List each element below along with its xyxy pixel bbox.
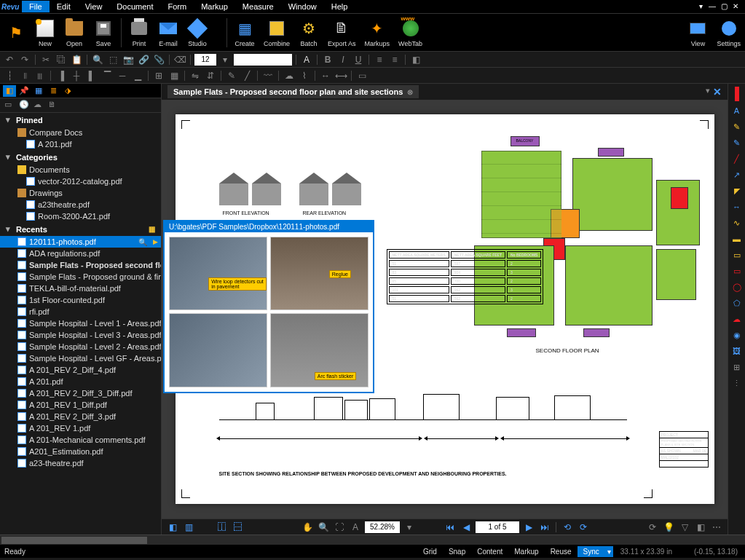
rotate-icon[interactable]: ⟳ [646,521,659,534]
align-left-icon[interactable]: ≡ [373,53,386,66]
dim2-icon[interactable]: ⟷ [334,69,347,82]
copy-icon[interactable]: ⿻ [55,53,68,66]
grid-icon[interactable]: ⊞ [152,69,165,82]
cat-drawings[interactable]: Drawings [0,187,161,199]
next-view-icon[interactable]: ⟳ [577,521,590,534]
recent-item-17[interactable]: A 201-Mechanical comments.pdf [0,434,161,446]
cat-vector[interactable]: vector-2012-catalog.pdf [0,176,161,187]
recent-item-18[interactable]: A201_Estimation.pdf [0,446,161,457]
doc-tab-close-icon[interactable]: ⊗ [407,88,413,96]
ribbon-flag[interactable]: ⚑ [0,21,31,44]
flip-v-icon[interactable]: ⇵ [204,69,217,82]
split-v-icon[interactable]: ⿱ [232,521,245,534]
cloud-icon[interactable]: ☁ [283,69,296,82]
menu-form[interactable]: Form [161,1,194,12]
webtab-button[interactable]: WebTab [394,17,427,49]
line-icon[interactable]: ╱ [240,69,253,82]
insert-icon[interactable]: ◧ [694,521,707,534]
document-tab[interactable]: Sample Flats - Proposed second floor pla… [167,85,419,98]
section-recents[interactable]: ▾Recents▦ [0,222,161,236]
h-scrollbar[interactable] [0,535,745,545]
text-sel-icon[interactable]: A [349,521,362,534]
pane-dd-icon[interactable]: ▾ [706,86,710,98]
status-sync-dd-icon[interactable]: ▾ [605,546,613,557]
window-close-icon[interactable]: ✕ [730,2,741,11]
hdist-icon[interactable]: ⫼ [33,69,47,82]
al-c-icon[interactable]: ┼ [70,69,83,82]
recent-item-3[interactable]: Sample Flats - Proposed ground & first f… [0,271,161,283]
al-b-icon[interactable]: ▁ [131,69,144,82]
flip-h-icon[interactable]: ⇋ [189,69,202,82]
fill-icon[interactable]: ◧ [409,53,422,66]
status-content[interactable]: Content [471,546,508,557]
prev-page-icon[interactable]: ◀ [460,521,473,534]
font-family-input[interactable] [234,54,292,66]
bulb-icon[interactable]: 💡 [662,521,675,534]
lp-tab-bookmarks[interactable]: ⬗ [61,85,74,97]
align-center-icon[interactable]: ≡ [388,53,401,66]
prev-view-icon[interactable]: ⟲ [561,521,574,534]
cat-a23[interactable]: a23theatre.pdf [0,199,161,210]
rb-cloud-icon[interactable]: ☁ [730,312,744,326]
last-page-icon[interactable]: ⏭ [538,521,551,534]
select-icon[interactable]: ⬚ [106,53,119,66]
undo-icon[interactable]: ↶ [3,53,16,66]
recent-item-2[interactable]: Sample Flats - Proposed second floor ... [0,259,161,271]
first-page-icon[interactable]: ⏮ [444,521,457,534]
section-pinned[interactable]: ▾Pinned [0,113,161,127]
menu-markup[interactable]: Markup [194,1,235,12]
cut-icon[interactable]: ✂ [39,53,52,66]
rb-rect-icon[interactable]: ▭ [730,264,744,277]
recent-item-8[interactable]: Sample Hospital - Level 3 - Areas.pdf [0,329,161,341]
rb-stamp-icon[interactable]: ◉ [730,328,744,342]
rb-ink-icon[interactable]: ∿ [730,216,744,229]
more-icon[interactable]: ⋯ [710,521,723,534]
lp-sub-explorer-icon[interactable]: ▭ [4,100,16,111]
underline-icon[interactable]: U [352,53,365,66]
lp-tab-thumbs[interactable]: ▦ [32,85,45,97]
rb-group-icon[interactable]: ⊞ [730,360,744,374]
font-dd-icon[interactable]: ▾ [218,53,232,66]
align2-icon[interactable]: ┆ [3,69,16,82]
zoom-sel-icon[interactable]: ⛶ [333,521,346,534]
recent-item-4[interactable]: TEKLA-bill-of-material.pdf [0,283,161,294]
print-button[interactable]: Print [125,17,154,49]
recent-item-11[interactable]: A 201_REV 2_Diff_4.pdf [0,364,161,376]
recent-item-7[interactable]: Sample Hospital - Level 1 - Areas.pdf [0,318,161,329]
recent-item-14[interactable]: A 201_REV 1_Diff.pdf [0,399,161,411]
email-button[interactable]: E-mail [154,17,183,49]
open-button[interactable]: Open [60,17,89,49]
rb-hilite-icon[interactable]: ▬ [730,232,744,245]
cat-room3200[interactable]: Room-3200-A21.pdf [0,210,161,222]
text-A-icon[interactable]: A [300,53,313,66]
pinned-item-a201[interactable]: A 201.pdf [0,138,161,150]
rb-red-icon[interactable] [735,87,739,101]
recent-item-5[interactable]: 1st Floor-counted.pdf [0,294,161,306]
lp-sub-cloud-icon[interactable]: ☁ [33,100,45,111]
recent-item-10[interactable]: Sample Hospital - Level GF - Areas.pdf [0,352,161,364]
spline-icon[interactable]: 〰 [261,69,275,82]
rb-pen-icon[interactable]: ✎ [730,136,744,149]
menu-help[interactable]: Help [324,1,355,12]
cat-documents[interactable]: Documents [0,164,161,176]
menu-edit[interactable]: Edit [50,1,78,12]
lp-tab-layers[interactable]: ≣ [47,85,60,97]
page-input[interactable] [476,521,519,533]
status-reuse[interactable]: Reuse [545,546,578,557]
status-sync[interactable]: Sync [578,546,605,557]
lp-tab-file[interactable]: ◧ [3,85,16,97]
recent-item-15[interactable]: A 201_REV 2_Diff_3.pdf [0,411,161,422]
thumb1-icon[interactable]: ◧ [166,521,179,534]
eraser-icon[interactable]: ⌫ [173,53,186,66]
markups-button[interactable]: ✦Markups [360,17,395,49]
bold-icon[interactable]: B [321,53,334,66]
section-categories[interactable]: ▾Categories [0,150,161,164]
window-max-icon[interactable]: ▢ [719,2,729,11]
grid2-icon[interactable]: ▦ [167,69,181,82]
thumb2-icon[interactable]: ▥ [182,521,195,534]
rb-callout-icon[interactable]: ◤ [730,184,744,197]
exportas-button[interactable]: 🗎Export As [323,17,360,49]
rb-more-icon[interactable]: ⋮ [730,376,744,390]
search-in-doc-icon[interactable]: 🔍 [138,238,147,246]
rb-text-icon[interactable]: A [730,104,744,117]
